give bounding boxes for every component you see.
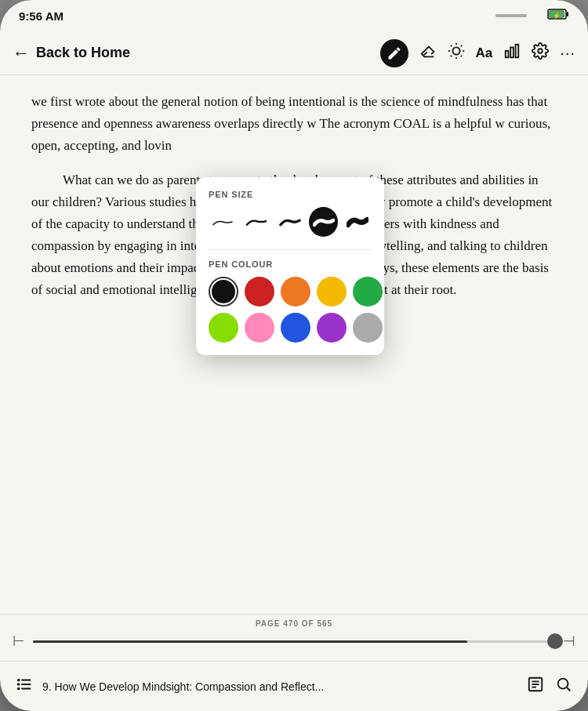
pen-divider xyxy=(209,249,372,250)
svg-line-12 xyxy=(450,56,451,56)
page-title: Back to Home xyxy=(36,45,130,61)
svg-line-13 xyxy=(460,45,461,46)
brightness-button[interactable] xyxy=(448,42,465,63)
svg-rect-2 xyxy=(567,12,569,16)
back-button[interactable]: ← xyxy=(13,43,30,63)
eraser-tool-button[interactable] xyxy=(419,42,437,63)
pen-size-xs[interactable] xyxy=(209,207,238,237)
svg-rect-14 xyxy=(506,51,509,57)
pen-size-label: PEN SIZE xyxy=(209,190,372,199)
chart-button[interactable] xyxy=(503,42,521,63)
svg-point-21 xyxy=(18,680,20,681)
pen-colour-label: PEN COLOUR xyxy=(209,259,372,269)
status-time: 9:56 AM xyxy=(19,9,64,23)
notch-bar xyxy=(495,14,527,17)
device-frame: 9:56 AM ⚡ ← Back to Home xyxy=(0,0,588,711)
status-bar: 9:56 AM ⚡ xyxy=(0,0,588,31)
content-area: we first wrote about the general notion … xyxy=(0,75,588,614)
bottom-nav-right xyxy=(527,676,572,697)
progress-thumb[interactable] xyxy=(547,633,563,649)
svg-rect-16 xyxy=(516,45,519,58)
page-label: PAGE 470 OF 565 xyxy=(256,619,332,628)
color-swatch-gray[interactable] xyxy=(353,313,383,343)
settings-button[interactable] xyxy=(532,42,549,63)
color-grid xyxy=(209,277,372,343)
svg-line-8 xyxy=(450,45,451,46)
svg-point-28 xyxy=(558,679,568,689)
battery-icon: ⚡ xyxy=(547,8,569,24)
pen-popup: PEN SIZE xyxy=(196,177,384,355)
color-swatch-red[interactable] xyxy=(245,277,274,307)
svg-text:⚡: ⚡ xyxy=(553,12,561,20)
page-last-button[interactable]: ⊣ xyxy=(563,633,575,650)
svg-line-9 xyxy=(460,56,461,56)
page-indicator-bar: PAGE 470 OF 565 ⊢ ⊣ xyxy=(0,614,588,661)
svg-point-23 xyxy=(18,688,20,690)
page-first-button[interactable]: ⊢ xyxy=(13,633,25,650)
more-button[interactable]: ··· xyxy=(560,44,575,62)
content-paragraph-1: we first wrote about the general notion … xyxy=(31,91,557,157)
svg-line-29 xyxy=(567,687,570,691)
search-button[interactable] xyxy=(555,676,572,697)
color-swatch-yellow[interactable] xyxy=(317,277,347,307)
color-swatch-pink[interactable] xyxy=(245,313,274,343)
svg-point-17 xyxy=(539,49,543,53)
chapter-title: 9. How We Develop Mindsight: Compassion … xyxy=(42,680,517,693)
color-swatch-black[interactable] xyxy=(209,277,238,307)
progress-fill xyxy=(33,640,467,643)
toolbar-right: Aa ··· xyxy=(380,39,575,67)
status-right: ⚡ xyxy=(495,8,569,24)
svg-point-5 xyxy=(452,47,459,54)
color-swatch-green[interactable] xyxy=(353,277,383,307)
color-swatch-lime[interactable] xyxy=(209,313,238,343)
pen-tool-button[interactable] xyxy=(380,39,408,67)
svg-rect-15 xyxy=(510,47,514,57)
color-swatch-orange[interactable] xyxy=(281,277,310,307)
pen-size-lg[interactable] xyxy=(309,207,338,237)
progress-bar-row: ⊢ ⊣ xyxy=(13,633,575,650)
toc-button[interactable] xyxy=(16,676,33,697)
pen-size-md[interactable] xyxy=(276,207,305,237)
svg-point-22 xyxy=(18,684,20,685)
pen-size-xl[interactable] xyxy=(343,207,372,237)
color-swatch-blue[interactable] xyxy=(281,313,310,343)
progress-track[interactable] xyxy=(33,640,555,643)
page-view-button[interactable] xyxy=(527,676,544,697)
pen-size-sm[interactable] xyxy=(242,207,271,237)
font-button[interactable]: Aa xyxy=(476,45,493,61)
bottom-nav: 9. How We Develop Mindsight: Compassion … xyxy=(0,661,588,711)
pen-sizes xyxy=(209,207,372,237)
toolbar: ← Back to Home xyxy=(0,31,588,75)
color-swatch-purple[interactable] xyxy=(317,313,347,343)
toolbar-left: ← Back to Home xyxy=(13,43,380,63)
